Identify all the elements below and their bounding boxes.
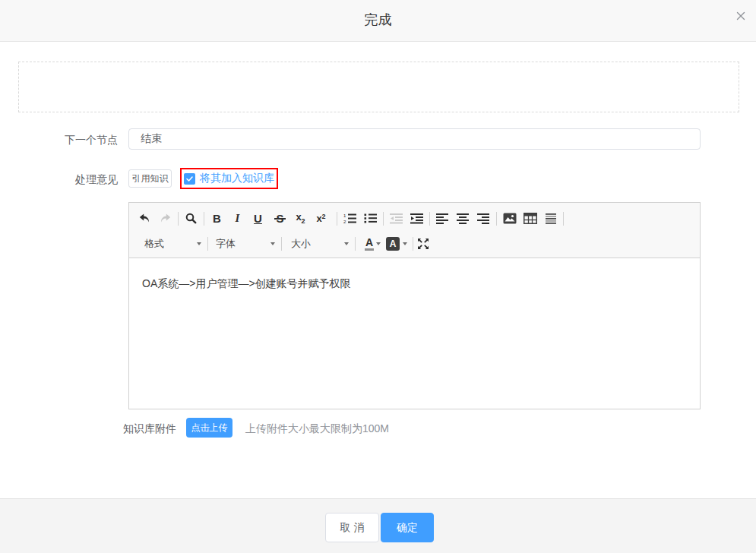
dashed-placeholder-box [18, 62, 739, 112]
find-icon[interactable] [182, 209, 201, 229]
font-combo[interactable]: 字体 [210, 234, 279, 254]
attachment-label: 知识库附件 [123, 422, 176, 436]
italic-icon[interactable]: I [228, 209, 247, 229]
toolbar-separator [178, 212, 179, 226]
ordered-list-icon[interactable]: 1 2 [340, 209, 359, 229]
caret-down-icon [270, 242, 275, 245]
caret-down-icon [197, 242, 201, 245]
kb-checkbox[interactable] [184, 173, 195, 185]
upload-hint: 上传附件大小最大限制为100M [245, 422, 389, 436]
caret-down-icon [344, 242, 349, 245]
format-combo[interactable]: 格式 [137, 234, 205, 254]
dialog-title: 完成 [0, 0, 756, 42]
caret-down-icon [376, 242, 381, 245]
editor-text: OA系统—>用户管理—>创建账号并赋予权限 [142, 277, 687, 291]
bold-icon[interactable]: B [207, 209, 226, 229]
opinion-label: 处理意见 [18, 173, 118, 187]
close-icon[interactable] [735, 10, 747, 22]
complete-dialog: 完成 下一个节点 处理意见 引用知识 将其加入知识库 [0, 0, 756, 553]
toolbar-separator [496, 212, 497, 226]
size-combo[interactable]: 大小 [284, 234, 353, 254]
toolbar-separator [207, 237, 208, 251]
caret-down-icon [403, 242, 407, 245]
svg-text:1: 1 [343, 213, 346, 218]
underline-icon[interactable]: U [248, 209, 267, 229]
text-color-icon[interactable]: A [358, 234, 383, 254]
undo-icon[interactable] [135, 209, 154, 229]
check-icon [185, 175, 194, 183]
align-right-icon[interactable] [474, 209, 493, 229]
align-left-icon[interactable] [433, 209, 452, 229]
toolbar-separator [337, 212, 337, 226]
svg-text:2: 2 [343, 220, 346, 224]
toolbar-separator [429, 212, 430, 226]
toolbar-row-2: 格式 字体 大小 A A [134, 231, 694, 256]
editor-toolbar: B I U S x2 x2 1 2 [129, 203, 700, 258]
toolbar-row-1: B I U S x2 x2 1 2 [134, 206, 694, 231]
outdent-icon[interactable] [387, 209, 406, 229]
subscript-icon[interactable]: x2 [291, 209, 310, 229]
toolbar-separator [563, 212, 564, 226]
dialog-footer: 取 消 确定 [0, 498, 756, 553]
kb-checkbox-group-highlight: 将其加入知识库 [180, 168, 278, 189]
image-icon[interactable] [500, 209, 519, 229]
rich-text-editor: B I U S x2 x2 1 2 [128, 202, 701, 409]
dialog-header: 完成 [0, 0, 756, 42]
indent-icon[interactable] [407, 209, 426, 229]
table-icon[interactable] [520, 209, 539, 229]
next-node-input[interactable] [128, 128, 701, 150]
redo-icon[interactable] [156, 209, 175, 229]
strikethrough-icon[interactable]: S [270, 209, 289, 229]
bullet-list-icon[interactable] [361, 209, 380, 229]
superscript-icon[interactable]: x2 [312, 209, 331, 229]
cancel-button[interactable]: 取 消 [325, 513, 379, 542]
toolbar-separator [383, 212, 384, 226]
toolbar-separator [281, 237, 282, 251]
toolbar-separator [355, 237, 356, 251]
editor-content[interactable]: OA系统—>用户管理—>创建账号并赋予权限 [129, 258, 700, 409]
maximize-icon[interactable] [413, 234, 432, 254]
align-center-icon[interactable] [454, 209, 473, 229]
upload-button[interactable]: 点击上传 [186, 418, 232, 438]
background-color-icon[interactable]: A [383, 234, 410, 254]
line-height-icon[interactable] [541, 209, 560, 229]
confirm-button[interactable]: 确定 [381, 513, 434, 542]
next-node-label: 下一个节点 [18, 134, 118, 147]
toolbar-separator [204, 212, 204, 226]
kb-checkbox-label[interactable]: 将其加入知识库 [200, 172, 274, 185]
quote-knowledge-button[interactable]: 引用知识 [128, 169, 172, 188]
